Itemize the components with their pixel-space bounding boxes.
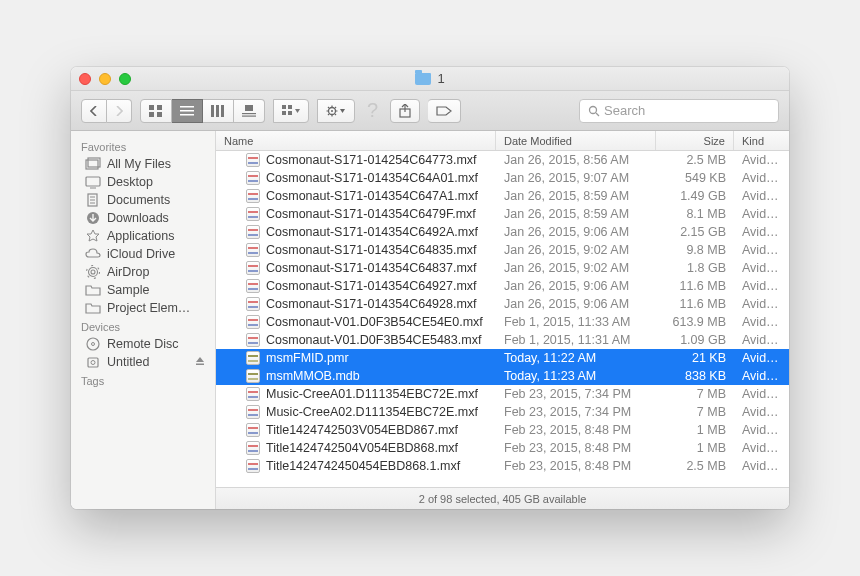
sidebar-item[interactable]: AirDrop — [71, 263, 215, 281]
file-row[interactable]: msmMMOB.mdbToday, 11:23 AM838 KBAvidM… — [216, 367, 789, 385]
tags-button[interactable] — [428, 99, 461, 123]
titlebar[interactable]: 1 — [71, 67, 789, 91]
file-size: 613.9 MB — [656, 315, 734, 329]
sidebar-item-label: Project Elem… — [107, 301, 190, 315]
file-kind: AvidM… — [734, 333, 789, 347]
coverflow-view-button[interactable] — [234, 99, 265, 123]
column-date[interactable]: Date Modified — [496, 131, 656, 150]
svg-rect-45 — [88, 358, 98, 367]
file-row[interactable]: Cosmonaut-S171-014354C6479F.mxfJan 26, 2… — [216, 205, 789, 223]
file-icon — [246, 315, 260, 329]
file-row[interactable]: msmFMID.pmrToday, 11:22 AM21 KBAvidM… — [216, 349, 789, 367]
sidebar-item[interactable]: iCloud Drive — [71, 245, 215, 263]
file-row[interactable]: Cosmonaut-S171-014354C64835.mxfJan 26, 2… — [216, 241, 789, 259]
window-title: 1 — [71, 71, 789, 86]
file-size: 549 KB — [656, 171, 734, 185]
list-view-button[interactable] — [172, 99, 203, 123]
file-row[interactable]: Cosmonaut-S171-014354C6492A.mxfJan 26, 2… — [216, 223, 789, 241]
file-name: msmMMOB.mdb — [266, 369, 360, 383]
column-size[interactable]: Size — [656, 131, 734, 150]
search-field[interactable]: Search — [579, 99, 779, 123]
file-size: 9.8 MB — [656, 243, 734, 257]
sidebar-item[interactable]: All My Files — [71, 155, 215, 173]
sidebar-item[interactable]: Sample — [71, 281, 215, 299]
file-size: 1.49 GB — [656, 189, 734, 203]
close-button[interactable] — [79, 73, 91, 85]
file-name: Cosmonaut-S171-014354C64837.mxf — [266, 261, 477, 275]
file-icon — [246, 171, 260, 185]
sidebar-item[interactable]: Applications — [71, 227, 215, 245]
file-row[interactable]: Title1424742504V054EBD868.mxfFeb 23, 201… — [216, 439, 789, 457]
file-name: Music-CreeA01.D111354EBC72E.mxf — [266, 387, 478, 401]
file-date: Jan 26, 2015, 9:02 AM — [496, 243, 656, 257]
column-view-button[interactable] — [203, 99, 234, 123]
finder-window: 1 — [71, 67, 789, 509]
airdrop-icon — [85, 265, 101, 279]
file-date: Feb 23, 2015, 8:48 PM — [496, 441, 656, 455]
file-kind: AvidM… — [734, 207, 789, 221]
sidebar-item[interactable]: Documents — [71, 191, 215, 209]
eject-icon[interactable] — [195, 355, 205, 369]
sidebar-item-label: Sample — [107, 283, 149, 297]
icon-view-button[interactable] — [140, 99, 172, 123]
svg-rect-10 — [245, 105, 253, 111]
sidebar-item[interactable]: Desktop — [71, 173, 215, 191]
file-row[interactable]: Cosmonaut-S171-014354C64927.mxfJan 26, 2… — [216, 277, 789, 295]
sidebar-item[interactable]: Downloads — [71, 209, 215, 227]
sidebar-item[interactable]: Remote Disc — [71, 335, 215, 353]
svg-line-23 — [328, 107, 329, 108]
svg-rect-8 — [216, 105, 219, 117]
arrange-button[interactable] — [273, 99, 309, 123]
column-name[interactable]: Name — [216, 131, 496, 150]
file-name: Music-CreeA02.D111354EBC72E.mxf — [266, 405, 478, 419]
file-name: Cosmonaut-V01.D0F3B54CE54E0.mxf — [266, 315, 483, 329]
desktop-icon — [85, 175, 101, 189]
file-row[interactable]: Cosmonaut-S171-014254C64773.mxfJan 26, 2… — [216, 151, 789, 169]
share-button[interactable] — [390, 99, 420, 123]
file-date: Jan 26, 2015, 9:07 AM — [496, 171, 656, 185]
file-name: Cosmonaut-S171-014354C64927.mxf — [266, 279, 477, 293]
file-row[interactable]: Cosmonaut-S171-014354C64A01.mxfJan 26, 2… — [216, 169, 789, 187]
file-date: Today, 11:22 AM — [496, 351, 656, 365]
file-row[interactable]: Cosmonaut-V01.D0F3B54CE54E0.mxfFeb 1, 20… — [216, 313, 789, 331]
file-row[interactable]: Title1424742503V054EBD867.mxfFeb 23, 201… — [216, 421, 789, 439]
folder-icon — [415, 73, 431, 85]
svg-line-30 — [596, 113, 599, 116]
file-date: Jan 26, 2015, 8:59 AM — [496, 207, 656, 221]
file-kind: AvidM… — [734, 369, 789, 383]
svg-point-41 — [89, 268, 98, 277]
svg-rect-47 — [196, 364, 204, 366]
file-row[interactable]: Cosmonaut-S171-014354C64928.mxfJan 26, 2… — [216, 295, 789, 313]
file-kind: AvidM… — [734, 351, 789, 365]
maximize-button[interactable] — [119, 73, 131, 85]
svg-line-25 — [328, 114, 329, 115]
file-rows[interactable]: Cosmonaut-S171-014254C64773.mxfJan 26, 2… — [216, 151, 789, 487]
file-row[interactable]: Cosmonaut-S171-014354C64837.mxfJan 26, 2… — [216, 259, 789, 277]
svg-rect-2 — [149, 112, 154, 117]
svg-rect-33 — [86, 177, 100, 186]
file-date: Jan 26, 2015, 9:02 AM — [496, 261, 656, 275]
forward-button[interactable] — [107, 99, 132, 123]
sidebar-item[interactable]: Untitled — [71, 353, 215, 371]
file-row[interactable]: Music-CreeA02.D111354EBC72E.mxfFeb 23, 2… — [216, 403, 789, 421]
file-kind: AvidM… — [734, 261, 789, 275]
file-icon — [246, 153, 260, 167]
sidebar-item[interactable]: Project Elem… — [71, 299, 215, 317]
icloud-icon — [85, 247, 101, 261]
minimize-button[interactable] — [99, 73, 111, 85]
file-icon — [246, 369, 260, 383]
svg-point-40 — [91, 270, 95, 274]
file-row[interactable]: Title1424742450454EBD868.1.mxfFeb 23, 20… — [216, 457, 789, 475]
column-kind[interactable]: Kind — [734, 131, 789, 150]
file-row[interactable]: Cosmonaut-V01.D0F3B54CE5483.mxfFeb 1, 20… — [216, 331, 789, 349]
file-size: 2.15 GB — [656, 225, 734, 239]
file-row[interactable]: Cosmonaut-S171-014354C647A1.mxfJan 26, 2… — [216, 187, 789, 205]
action-button[interactable] — [317, 99, 355, 123]
file-name: Cosmonaut-S171-014254C64773.mxf — [266, 153, 477, 167]
svg-rect-16 — [288, 111, 292, 115]
back-button[interactable] — [81, 99, 107, 123]
help-icon[interactable]: ? — [363, 99, 382, 122]
sidebar-item-label: Documents — [107, 193, 170, 207]
file-row[interactable]: Music-CreeA01.D111354EBC72E.mxfFeb 23, 2… — [216, 385, 789, 403]
svg-rect-6 — [180, 114, 194, 116]
